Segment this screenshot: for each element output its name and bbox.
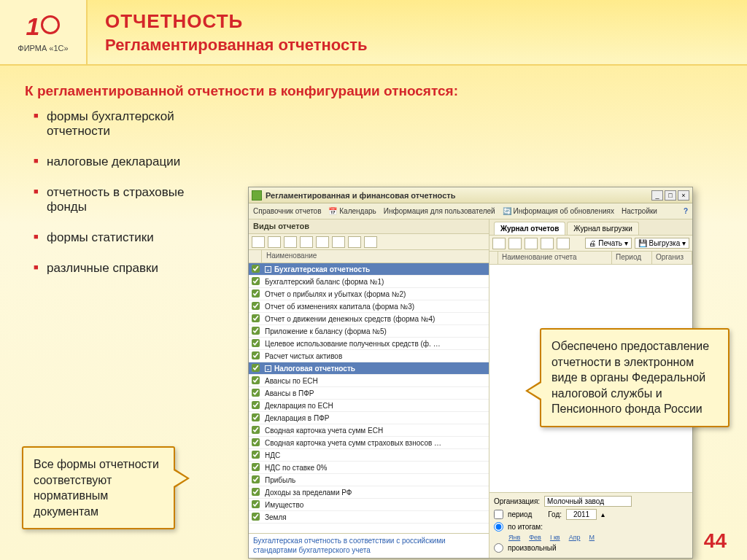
callout-arrow-icon <box>525 381 541 401</box>
tree-item[interactable]: НДС <box>249 449 489 462</box>
toolbar-button[interactable] <box>252 236 265 248</box>
toolbar-button[interactable] <box>300 236 313 248</box>
toolbar-button[interactable] <box>525 238 538 249</box>
left-toolbar <box>249 234 489 250</box>
month-link[interactable]: М <box>589 534 595 541</box>
window-titlebar[interactable]: Регламентированная и финансовая отчетнос… <box>249 187 692 203</box>
column-name: Наименование <box>262 250 489 262</box>
tree-item[interactable]: Целевое использование полученных средств… <box>249 338 489 350</box>
month-link[interactable]: Фев <box>529 534 541 541</box>
menu-item[interactable]: 📅 Календарь <box>328 207 376 215</box>
tree-item[interactable]: Бухгалтерский баланс (форма №1) <box>249 276 489 288</box>
tree-section[interactable]: -Бухгалтерская отчетность <box>249 263 489 276</box>
month-link[interactable]: Янв <box>508 534 520 541</box>
help-icon[interactable]: ? <box>684 207 688 215</box>
bullet-item: отчетность в страховые фонды <box>34 185 223 214</box>
tree-item[interactable]: Отчет об изменениях капитала (форма №3) <box>249 300 489 313</box>
period-checkbox[interactable] <box>494 510 503 519</box>
logo-1c-icon: 1 <box>26 12 61 41</box>
bullet-item: формы статистики <box>34 230 223 245</box>
tree-item[interactable]: Приложение к балансу (форма №5) <box>249 325 489 338</box>
period-label: период <box>508 510 532 518</box>
tree-item[interactable]: Сводная карточка учета сумм страховых вз… <box>249 437 489 449</box>
tree-item[interactable]: НДС по ставке 0% <box>249 462 489 474</box>
callout-text: Все формы отчетности соответствуют норма… <box>34 458 159 518</box>
year-spinner[interactable]: 2011 <box>566 509 597 520</box>
window-app-icon <box>252 190 262 201</box>
tree-item[interactable]: Земля <box>249 511 489 524</box>
tabs-bar: Журнал отчетов Журнал выгрузки <box>489 219 692 236</box>
tree-item[interactable]: Доходы за пределами РФ <box>249 486 489 499</box>
toolbar-button[interactable] <box>268 236 281 248</box>
page-number: 44 <box>704 529 727 553</box>
toolbar-button[interactable] <box>541 238 554 249</box>
logo-block: 1 ФИРМА «1С» <box>0 0 88 64</box>
left-pane-title: Виды отчетов <box>249 219 489 234</box>
tree-section[interactable]: -Налоговая отчетность <box>249 362 489 375</box>
mode-custom-label: произвольный <box>508 544 557 552</box>
tab-journal-reports[interactable]: Журнал отчетов <box>494 222 565 235</box>
bullet-item: формы бухгалтерской отчетности <box>34 109 223 139</box>
tree-item[interactable]: Авансы в ПФР <box>249 387 489 400</box>
month-link[interactable]: Апр <box>569 534 581 541</box>
toolbar-button[interactable] <box>284 236 297 248</box>
close-button[interactable]: × <box>678 190 689 201</box>
column-header: Наименование отчета <box>498 252 612 264</box>
left-pane: Виды отчетов Наименование -Бухгалтерская… <box>249 219 489 558</box>
column-header: Период <box>612 252 652 264</box>
toolbar-button[interactable] <box>316 236 329 248</box>
title-block: ОТЧЕТНОСТЬ Регламентированная отчетность <box>88 0 747 64</box>
year-label: Год: <box>548 510 562 518</box>
menu-item[interactable]: 🔄 Информация об обновлениях <box>503 207 614 215</box>
month-link[interactable]: I кв <box>550 534 560 541</box>
toolbar-button[interactable] <box>348 236 361 248</box>
page-subtitle: Регламентированная отчетность <box>105 36 729 55</box>
tab-journal-export[interactable]: Журнал выгрузки <box>567 222 638 235</box>
menu-item[interactable]: Информация для пользователей <box>384 207 495 215</box>
mode-custom-radio[interactable] <box>494 543 503 553</box>
maximize-button[interactable]: □ <box>665 190 676 201</box>
minimize-button[interactable]: _ <box>651 190 663 201</box>
slide-header: 1 ФИРМА «1С» ОТЧЕТНОСТЬ Регламентированн… <box>0 0 747 66</box>
tree-item[interactable]: Отчет о движении денежных средств (форма… <box>249 313 489 325</box>
tree-item[interactable]: Прибыль <box>249 474 489 486</box>
callout-text: Обеспечено предоставление отчетности в э… <box>551 340 709 415</box>
toolbar-button[interactable] <box>492 238 506 249</box>
lead-text: К регламентированной отчетности в конфиг… <box>25 83 725 99</box>
logo-caption: ФИРМА «1С» <box>18 44 68 52</box>
export-dropdown[interactable]: 💾 Выгрузка ▾ <box>635 238 689 249</box>
bullet-list: формы бухгалтерской отчетности налоговые… <box>34 109 223 276</box>
spinner-up-icon[interactable]: ▴ <box>601 510 605 518</box>
window-menu: Справочник отчетов 📅 Календарь Информаци… <box>249 203 692 219</box>
tree-item[interactable]: Отчет о прибылях и убытках (форма №2) <box>249 288 489 300</box>
org-field[interactable] <box>544 496 632 507</box>
callout-left: Все формы отчетности соответствуют норма… <box>22 446 175 529</box>
tree-item[interactable]: Декларация по ЕСН <box>249 400 489 412</box>
left-column-header: Наименование <box>249 250 489 263</box>
callout-arrow-icon <box>174 468 190 489</box>
print-dropdown[interactable]: 🖨 Печать ▾ <box>585 238 631 249</box>
tree-item[interactable]: Декларация в ПФР <box>249 412 489 424</box>
reports-tree[interactable]: -Бухгалтерская отчетностьБухгалтерский б… <box>249 263 489 533</box>
toolbar-button[interactable] <box>364 236 377 248</box>
footnote: Бухгалтерская отчетность в соответствии … <box>249 533 489 558</box>
mode-results-radio[interactable] <box>494 522 503 532</box>
filter-panel: Организация: период Год: 2011 ▴ по итога… <box>489 492 692 558</box>
org-label: Организация: <box>494 497 540 505</box>
menu-item[interactable]: Настройки <box>622 207 657 215</box>
window-title: Регламентированная и финансовая отчетнос… <box>266 191 650 200</box>
tree-item[interactable]: Расчет чистых активов <box>249 350 489 362</box>
right-columns: Наименование отчета Период Организ <box>489 252 692 265</box>
months-row: Янв Фев I кв Апр М <box>494 534 688 541</box>
tree-item[interactable]: Сводная карточка учета сумм ЕСН <box>249 424 489 437</box>
bullet-item: налоговые декларации <box>34 155 223 169</box>
callout-right: Обеспечено предоставление отчетности в э… <box>540 328 729 427</box>
column-header: Организ <box>652 252 692 264</box>
tree-item[interactable]: Авансы по ЕСН <box>249 375 489 387</box>
toolbar-button[interactable] <box>508 238 522 249</box>
menu-item[interactable]: Справочник отчетов <box>253 207 321 215</box>
right-toolbar: 🖨 Печать ▾ 💾 Выгрузка ▾ <box>489 236 692 252</box>
toolbar-button[interactable] <box>557 238 570 249</box>
tree-item[interactable]: Имущество <box>249 499 489 511</box>
toolbar-button[interactable] <box>332 236 345 248</box>
